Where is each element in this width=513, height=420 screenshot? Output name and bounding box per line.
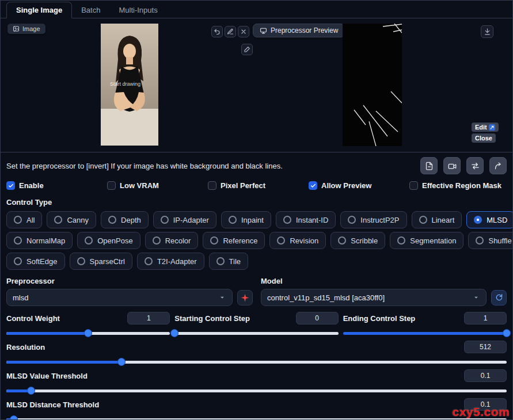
control-type-normalmap[interactable]: NormalMap [6, 232, 73, 249]
download-icon [484, 28, 491, 36]
radio-icon [419, 216, 427, 224]
control-type-recolor[interactable]: Recolor [145, 232, 199, 249]
step-sliders-row: Control Weight Starting Control Step End… [1, 306, 512, 337]
control-weight-slider[interactable] [6, 329, 170, 337]
mlsd-distance-threshold-slider[interactable] [6, 415, 507, 420]
pixel-perfect-checkbox[interactable]: Pixel Perfect [208, 181, 309, 190]
undo-button[interactable] [211, 26, 223, 37]
control-weight-block: Control Weight [6, 312, 170, 337]
radio-icon [338, 236, 346, 245]
preprocessor-dropdown[interactable]: mlsd [6, 289, 233, 306]
control-type-ip-adapter[interactable]: IP-Adapter [153, 211, 216, 228]
slider-handle[interactable] [27, 387, 35, 395]
radio-icon [476, 236, 484, 245]
model-dropdown[interactable]: control_v11p_sd15_mlsd [aca30ff0] [261, 289, 487, 306]
note-row: Set the preprocessor to [invert] If your… [1, 152, 512, 179]
resolution-input[interactable] [464, 341, 507, 353]
slider-handle[interactable] [170, 329, 178, 337]
control-type-tile[interactable]: Tile [209, 253, 248, 270]
radio-icon [283, 216, 291, 224]
control-type-scribble[interactable]: Scribble [330, 232, 385, 249]
starting-step-slider[interactable] [174, 329, 338, 337]
tab-single-image[interactable]: Single Image [6, 2, 72, 18]
unit-action-buttons [420, 157, 507, 174]
control-type-mlsd[interactable]: MLSD [466, 211, 513, 228]
start-drawing-hint: Start drawing [110, 81, 140, 87]
control-type-sparsectrl[interactable]: SparseCtrl [70, 253, 132, 270]
tab-multi-inputs[interactable]: Multi-Inputs [109, 2, 166, 18]
radio-label: All [26, 216, 35, 224]
effective-region-mask-label: Effective Region Mask [422, 181, 501, 190]
slider-handle[interactable] [84, 329, 92, 337]
slider-handle[interactable] [117, 358, 126, 366]
mirror-webcam-button[interactable] [466, 157, 484, 174]
enable-label: Enable [19, 181, 44, 190]
mlsd-value-threshold-input[interactable] [464, 369, 507, 382]
control-type-segmentation[interactable]: Segmentation [390, 232, 463, 249]
ending-step-slider[interactable] [343, 329, 507, 337]
preprocessor-result-image[interactable] [343, 24, 402, 146]
enable-checkbox[interactable]: Enable [6, 181, 107, 190]
low-vram-checkbox[interactable]: Low VRAM [107, 181, 208, 190]
control-type-t2i-adapter[interactable]: T2I-Adapter [137, 253, 204, 270]
slider-handle[interactable] [10, 415, 18, 420]
allow-preview-checkbox[interactable]: Allow Preview [309, 181, 409, 190]
radio-selected-icon [474, 216, 482, 224]
refresh-models-button[interactable] [491, 290, 507, 306]
slider-handle[interactable] [503, 329, 511, 337]
radio-icon [14, 236, 22, 245]
webcam-button[interactable] [443, 157, 461, 174]
control-type-instant-id[interactable]: Instant-ID [276, 211, 336, 228]
effective-region-mask-checkbox[interactable]: Effective Region Mask [409, 181, 501, 190]
radio-label: T2I-Adapter [157, 257, 197, 266]
radio-label: InstructP2P [360, 216, 399, 224]
radio-label: Reference [223, 236, 257, 245]
preprocessor-preview-label: Preprocessor Preview [271, 26, 338, 35]
starting-step-input[interactable] [296, 312, 339, 324]
control-type-shuffle[interactable]: Shuffle [468, 232, 513, 249]
close-button[interactable]: Close [472, 133, 496, 143]
radio-icon [216, 257, 225, 265]
edit-image-button[interactable] [225, 26, 236, 37]
control-type-all[interactable]: All [6, 211, 42, 228]
source-image[interactable]: Start drawing [101, 24, 158, 146]
control-type-softedge[interactable]: SoftEdge [6, 253, 65, 270]
send-dimensions-button[interactable] [489, 157, 507, 174]
control-type-depth[interactable]: Depth [101, 211, 149, 228]
pencil-icon [227, 28, 234, 35]
resolution-slider[interactable] [6, 358, 507, 366]
mlsd-value-threshold-block: MLSD Value Threshold [1, 366, 512, 395]
radio-label: Canny [67, 216, 89, 224]
run-preprocessor-button[interactable] [237, 290, 253, 306]
low-vram-label: Low VRAM [120, 181, 159, 190]
control-type-revision[interactable]: Revision [269, 232, 326, 249]
control-type-instructp2p[interactable]: InstructP2P [340, 211, 406, 228]
radio-label: Depth [121, 216, 141, 224]
mlsd-value-threshold-slider[interactable] [6, 387, 507, 395]
control-type-lineart[interactable]: Lineart [412, 211, 462, 228]
image-chip: Image [7, 24, 45, 34]
edit-button[interactable]: Edit [472, 123, 499, 132]
preprocessor-preview-button[interactable]: Preprocessor Preview [253, 24, 345, 37]
radio-icon [54, 216, 62, 224]
clear-image-button[interactable] [238, 26, 249, 37]
new-canvas-button[interactable] [420, 157, 438, 174]
options-row: Enable Low VRAM Pixel Perfect Allow Prev… [1, 179, 512, 190]
image-icon [13, 25, 20, 32]
send-dimensions-icon [494, 162, 503, 170]
control-weight-input[interactable] [127, 312, 170, 324]
tab-batch[interactable]: Batch [72, 2, 109, 18]
resolution-label: Resolution [6, 343, 45, 352]
radio-label: Scribble [351, 236, 378, 245]
control-type-openpose[interactable]: OpenPose [77, 232, 140, 249]
download-preview-button[interactable] [481, 25, 493, 38]
brush-button[interactable] [241, 44, 253, 55]
new-canvas-icon [425, 162, 434, 170]
control-type-canny[interactable]: Canny [47, 211, 96, 228]
radio-icon [14, 216, 22, 224]
spark-icon [241, 293, 249, 302]
ending-step-input[interactable] [464, 312, 507, 324]
control-type-reference[interactable]: Reference [203, 232, 265, 249]
tab-bar: Single Image Batch Multi-Inputs [1, 1, 512, 18]
control-type-inpaint[interactable]: Inpaint [221, 211, 271, 228]
